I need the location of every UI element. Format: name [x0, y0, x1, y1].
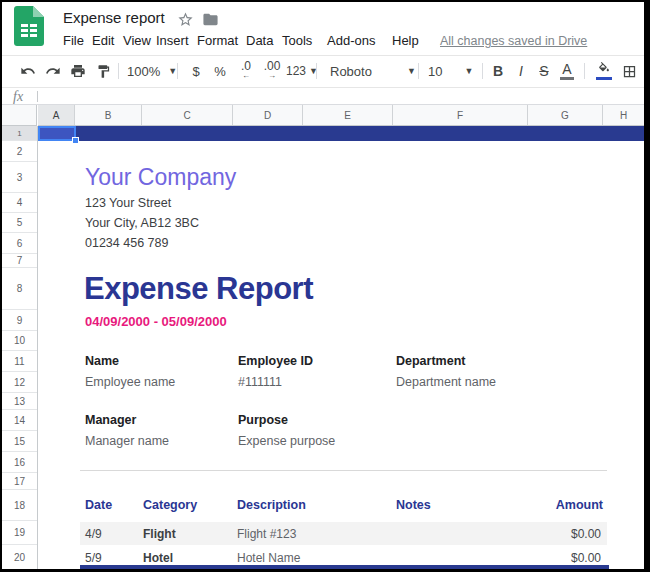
purpose-label-cell[interactable]: Purpose [238, 413, 288, 427]
menu-insert[interactable]: Insert [156, 33, 189, 48]
formula-input-cursor[interactable] [37, 91, 38, 102]
table-header-notes[interactable]: Notes [396, 498, 431, 512]
table-cell-description[interactable]: Flight #123 [237, 527, 296, 541]
fx-label: fx [13, 89, 23, 105]
table-cell-date[interactable]: 4/9 [85, 527, 102, 541]
column-header-h[interactable]: H [603, 105, 644, 126]
select-all-corner[interactable] [2, 105, 37, 126]
row-header-10[interactable]: 10 [2, 331, 37, 351]
redo-icon[interactable] [44, 56, 62, 86]
bold-button[interactable]: B [490, 56, 506, 86]
window-frame [0, 0, 2, 572]
table-header-amount[interactable]: Amount [556, 498, 603, 512]
print-icon[interactable] [69, 56, 87, 86]
table-cell-amount[interactable]: $0.00 [571, 551, 601, 565]
company-street-cell[interactable]: 123 Your Street [85, 196, 171, 210]
column-header-a[interactable]: A [38, 105, 75, 126]
employee-id-label-cell[interactable]: Employee ID [238, 354, 313, 368]
italic-button[interactable]: I [513, 56, 529, 86]
table-cell-category[interactable]: Flight [143, 527, 176, 541]
column-header-g[interactable]: G [528, 105, 603, 126]
purpose-value-cell[interactable]: Expense purpose [238, 434, 335, 448]
department-label-cell[interactable]: Department [396, 354, 465, 368]
currency-format-button[interactable]: $ [188, 56, 204, 86]
manager-value-cell[interactable]: Manager name [85, 434, 169, 448]
table-cell-description[interactable]: Hotel Name [237, 551, 300, 565]
table-header-description[interactable]: Description [237, 498, 306, 512]
date-range-cell[interactable]: 04/09/2000 - 05/09/2000 [85, 314, 227, 329]
menu-edit[interactable]: Edit [92, 33, 114, 48]
row-header-15[interactable]: 15 [2, 431, 37, 452]
strikethrough-button[interactable]: S [536, 56, 552, 86]
table-header-category[interactable]: Category [143, 498, 197, 512]
fill-color-icon[interactable] [594, 56, 614, 86]
font-dropdown[interactable]: Roboto▼ [330, 56, 416, 86]
menu-data[interactable]: Data [246, 33, 273, 48]
row-header-3[interactable]: 3 [2, 162, 37, 193]
row-header-6[interactable]: 6 [2, 233, 37, 254]
row-header-16[interactable]: 16 [2, 452, 37, 473]
department-value-cell[interactable]: Department name [396, 375, 496, 389]
report-title-cell[interactable]: Expense Report [84, 271, 313, 307]
increase-decimal-button[interactable]: .00→ [260, 56, 284, 86]
menu-addons[interactable]: Add-ons [327, 33, 375, 48]
borders-icon[interactable] [620, 56, 638, 86]
row-header-2[interactable]: 2 [2, 141, 37, 162]
name-value-cell[interactable]: Employee name [85, 375, 175, 389]
toolbar-divider [418, 63, 419, 79]
company-name-cell[interactable]: Your Company [85, 164, 236, 191]
row-header-7[interactable]: 7 [2, 254, 37, 268]
column-header-c[interactable]: C [142, 105, 233, 126]
menu-format[interactable]: Format [197, 33, 238, 48]
save-status-link[interactable]: All changes saved in Drive [440, 34, 587, 48]
table-cell-category[interactable]: Hotel [143, 551, 173, 565]
folder-icon[interactable] [202, 11, 219, 28]
number-format-button[interactable]: 123▼ [286, 56, 318, 86]
menu-help[interactable]: Help [392, 33, 419, 48]
decrease-decimal-button[interactable]: .0← [236, 56, 256, 86]
row-header-18[interactable]: 18 [2, 490, 37, 521]
company-phone-cell[interactable]: 01234 456 789 [85, 236, 168, 250]
menu-tools[interactable]: Tools [282, 33, 312, 48]
manager-label-cell[interactable]: Manager [85, 413, 136, 427]
row-header-1[interactable]: 1 [2, 126, 37, 141]
star-icon[interactable] [177, 11, 194, 28]
text-color-button[interactable]: A [558, 56, 576, 86]
column-header-e[interactable]: E [303, 105, 393, 126]
name-label-cell[interactable]: Name [85, 354, 119, 368]
table-cell-date[interactable]: 5/9 [85, 551, 102, 565]
row-header-11[interactable]: 11 [2, 351, 37, 372]
row-header-19[interactable]: 19 [2, 521, 37, 545]
toolbar-divider [177, 63, 178, 79]
toolbar-divider [316, 63, 317, 79]
row-header-14[interactable]: 14 [2, 410, 37, 431]
banner-row[interactable] [38, 126, 644, 141]
row-header-20[interactable]: 20 [2, 545, 37, 569]
column-header-d[interactable]: D [233, 105, 303, 126]
row-header-12[interactable]: 12 [2, 372, 37, 393]
sheets-logo-icon[interactable] [14, 6, 44, 46]
row-header-5[interactable]: 5 [2, 213, 37, 233]
row-header-17[interactable]: 17 [2, 473, 37, 490]
row-header-9[interactable]: 9 [2, 310, 37, 331]
table-cell-amount[interactable]: $0.00 [571, 527, 601, 541]
menu-view[interactable]: View [123, 33, 151, 48]
paint-format-icon[interactable] [94, 56, 112, 86]
fill-handle[interactable] [72, 137, 79, 144]
company-city-cell[interactable]: Your City, AB12 3BC [85, 216, 199, 230]
window-frame [644, 0, 650, 572]
row-header-4[interactable]: 4 [2, 193, 37, 213]
row-header-8[interactable]: 8 [2, 268, 37, 310]
zoom-dropdown[interactable]: 100%▼ [127, 56, 177, 86]
font-size-dropdown[interactable]: 10▼ [428, 56, 473, 86]
employee-id-value-cell[interactable]: #111111 [238, 375, 282, 389]
column-header-b[interactable]: B [75, 105, 142, 126]
selected-cell-a1[interactable] [38, 126, 76, 141]
percent-format-button[interactable]: % [212, 56, 228, 86]
row-header-13[interactable]: 13 [2, 393, 37, 410]
table-header-date[interactable]: Date [85, 498, 112, 512]
column-header-f[interactable]: F [393, 105, 528, 126]
document-title[interactable]: Expense report [63, 9, 165, 26]
undo-icon[interactable] [19, 56, 37, 86]
menu-file[interactable]: File [63, 33, 84, 48]
